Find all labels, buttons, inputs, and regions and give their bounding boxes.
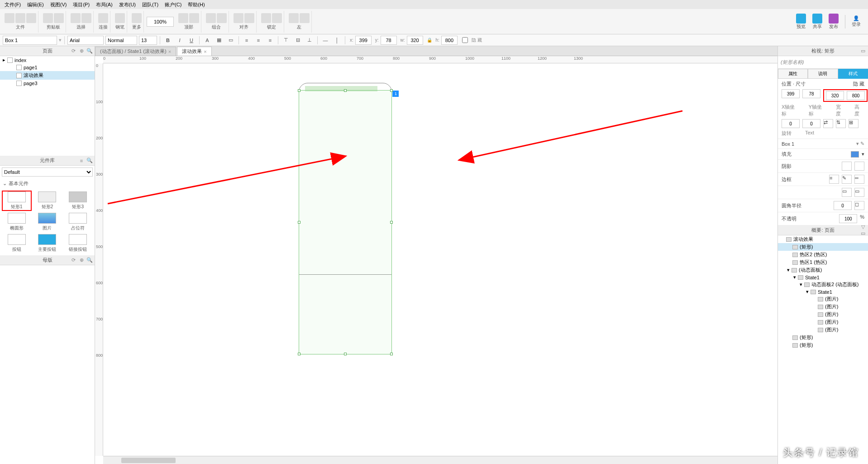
y-input[interactable]	[381, 36, 397, 45]
tab-notes[interactable]: 说明	[808, 69, 838, 79]
right-icon[interactable]	[300, 13, 310, 23]
lib-menu-icon[interactable]: ≡	[78, 158, 85, 164]
outline-(矩形)[interactable]: (矩形)	[778, 334, 868, 341]
login-button[interactable]: 👤登录	[852, 15, 861, 28]
border-color-button[interactable]: ▭	[226, 36, 236, 45]
outline-热区1 (热区)[interactable]: 热区1 (热区)	[778, 258, 868, 266]
zoom-input[interactable]	[147, 17, 174, 27]
autosize-button[interactable]: ⊞	[849, 119, 858, 128]
menu-help[interactable]: 帮助(H)	[185, 0, 207, 9]
widget-图片[interactable]: 图片	[33, 213, 62, 231]
fill-color-button[interactable]: ▦	[214, 36, 224, 45]
tab-(动态面板) / State1 (滚动效果)[interactable]: (动态面板) / State1 (滚动效果)×	[95, 47, 176, 56]
lib-section-basic[interactable]: ⌄基本元件	[0, 178, 95, 189]
widget-name-input[interactable]	[3, 36, 57, 45]
tab-滚动效果[interactable]: 滚动效果×	[177, 47, 211, 56]
widget-矩形3[interactable]: 矩形3	[64, 191, 92, 210]
text-color-button[interactable]: A	[202, 36, 212, 45]
menu-project[interactable]: 项目(P)	[70, 0, 92, 9]
menu-view[interactable]: 视图(V)	[48, 0, 70, 9]
radius-corners-button[interactable]: ◻	[854, 201, 864, 210]
outline-(动态面板)[interactable]: ▾(动态面板)	[778, 266, 868, 274]
valign-top-button[interactable]: ⊤	[281, 36, 291, 45]
cut-icon[interactable]	[43, 13, 53, 23]
x-input[interactable]	[355, 36, 372, 45]
save-icon[interactable]	[26, 13, 36, 23]
inspector-expand-icon[interactable]: ▭	[860, 48, 866, 54]
border-width-button[interactable]: ═	[854, 175, 864, 184]
outline-热区2 (热区)[interactable]: 热区2 (热区)	[778, 251, 868, 258]
widget-矩形2[interactable]: 矩形2	[33, 191, 62, 210]
outline-(图片)[interactable]: (图片)	[778, 295, 868, 303]
ungroup-icon[interactable]	[217, 13, 227, 23]
outline-filter-icon[interactable]: ▽	[860, 224, 866, 230]
border-style-button[interactable]: ≡	[829, 175, 839, 184]
bold-button[interactable]: B	[163, 36, 173, 45]
open-file-icon[interactable]	[15, 13, 25, 23]
copy-icon[interactable]	[54, 13, 64, 23]
distribute-icon[interactable]	[244, 13, 254, 23]
search-pages-icon[interactable]: 🔍	[86, 48, 93, 54]
outline-(图片)[interactable]: (图片)	[778, 311, 868, 318]
close-tab-icon[interactable]: ×	[168, 49, 171, 54]
horizontal-scrollbar[interactable]	[103, 456, 777, 464]
page-index[interactable]: ▸index	[0, 56, 95, 64]
publish-button[interactable]: 发布	[829, 14, 839, 30]
flip-h-button[interactable]: ⇄	[823, 119, 833, 128]
prop-y-input[interactable]	[802, 89, 820, 98]
tab-properties[interactable]: 属性	[778, 69, 808, 79]
lock-icon[interactable]	[261, 13, 271, 23]
outline-State1[interactable]: ▾State1	[778, 288, 868, 295]
vline-button[interactable]: │	[332, 36, 342, 45]
outline-滚动效果[interactable]: 滚动效果	[778, 235, 868, 243]
font-select[interactable]	[67, 36, 104, 45]
tab-style[interactable]: 样式	[838, 69, 868, 79]
widget-主要按钮[interactable]: 主要按钮	[33, 234, 62, 253]
outline-动态面板2 (动态面板)[interactable]: ▾动态面板2 (动态面板)	[778, 281, 868, 288]
new-file-icon[interactable]	[5, 13, 14, 23]
outline-State1[interactable]: ▾State1	[778, 274, 868, 281]
page-page3[interactable]: page3	[0, 80, 95, 87]
align-top-icon[interactable]	[178, 13, 188, 23]
group-icon[interactable]	[206, 13, 216, 23]
page-page1[interactable]: page1	[0, 64, 95, 71]
widget-矩形1[interactable]: 矩形1	[3, 191, 31, 210]
align-left-button[interactable]: ≡	[242, 36, 252, 45]
menu-file[interactable]: 文件(F)	[2, 0, 24, 9]
outline-(图片)[interactable]: (图片)	[778, 318, 868, 326]
align-bottom-icon[interactable]	[189, 13, 199, 23]
align-center-button[interactable]: ≡	[253, 36, 263, 45]
more-icon[interactable]	[132, 13, 142, 23]
fill-color[interactable]	[851, 151, 859, 158]
border-vis-button[interactable]: ▭	[842, 188, 852, 197]
outline-(图片)[interactable]: (图片)	[778, 326, 868, 334]
outline-(矩形)[interactable]: (矩形)	[778, 243, 868, 251]
outline-(矩形)[interactable]: (矩形)	[778, 341, 868, 349]
page-滚动效果[interactable]: 滚动效果	[0, 71, 95, 80]
lib-search-icon[interactable]: 🔍	[86, 158, 93, 164]
select-icon[interactable]	[71, 13, 81, 23]
master-add-icon[interactable]: ⟳	[70, 257, 76, 263]
radius-input[interactable]	[834, 201, 852, 210]
menu-account[interactable]: 账户(C)	[162, 0, 184, 9]
close-tab-icon[interactable]: ×	[204, 49, 206, 54]
text-rotate-input[interactable]	[802, 119, 820, 128]
widget-链接按钮[interactable]: 链接按钮	[64, 234, 92, 253]
valign-bot-button[interactable]: ⊥	[305, 36, 315, 45]
share-button[interactable]: 共享	[812, 14, 822, 30]
widget-按钮[interactable]: 按钮	[3, 234, 31, 253]
left-icon[interactable]	[289, 13, 299, 23]
widget-椭圆形[interactable]: 椭圆形	[3, 213, 31, 231]
outline-expand-icon[interactable]: ▭	[860, 230, 866, 237]
italic-button[interactable]: I	[175, 36, 185, 45]
widget-name-field[interactable]: (矩形名称)	[778, 56, 868, 69]
canvas[interactable]: 1	[103, 63, 777, 456]
select2-icon[interactable]	[81, 13, 91, 23]
library-select[interactable]: Default	[2, 167, 93, 177]
master-search-icon[interactable]: 🔍	[86, 257, 93, 263]
connect-icon[interactable]	[98, 13, 108, 23]
hline-button[interactable]: —	[320, 36, 330, 45]
size-select[interactable]	[139, 36, 157, 45]
align-icon[interactable]	[234, 13, 243, 23]
h-input[interactable]	[441, 36, 458, 45]
